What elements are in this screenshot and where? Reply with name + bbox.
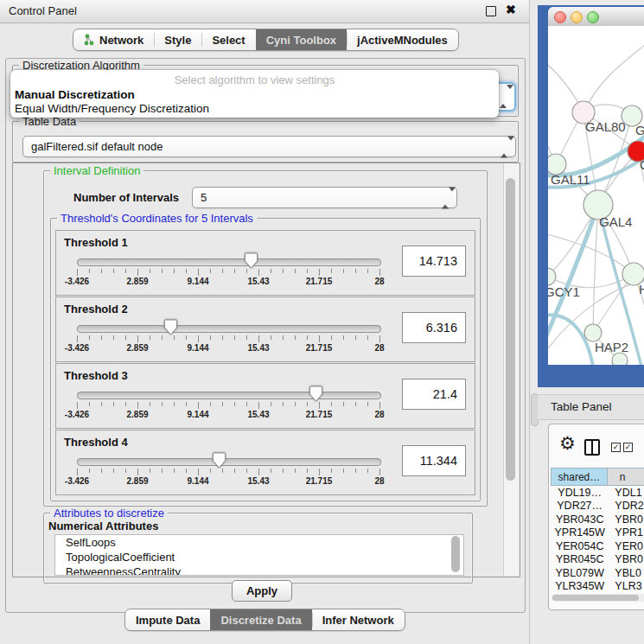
tick-mark bbox=[162, 469, 163, 473]
tick-label: 15.43 bbox=[247, 277, 269, 286]
tick-label: 9.144 bbox=[187, 476, 208, 486]
tab-discretize-data[interactable]: Discretize Data bbox=[210, 609, 311, 630]
close-icon[interactable]: ✖ bbox=[506, 3, 516, 16]
threshold-value-field[interactable]: 14.713 bbox=[402, 245, 466, 277]
tick-mark bbox=[258, 469, 259, 475]
slider-track[interactable] bbox=[77, 325, 381, 333]
table-cell: YDR27… bbox=[551, 500, 609, 513]
tick-mark bbox=[174, 402, 175, 406]
slider-thumb[interactable] bbox=[245, 252, 258, 269]
table-cell: YER054C bbox=[551, 539, 609, 553]
tab-label: Network bbox=[99, 34, 143, 47]
table-data-combobox[interactable]: galFiltered.sif default node bbox=[22, 136, 516, 157]
tick-mark bbox=[101, 402, 102, 406]
tick-label: 9.144 bbox=[187, 343, 208, 353]
zoom-traffic-light-icon[interactable] bbox=[587, 11, 599, 23]
tick-mark bbox=[355, 469, 356, 473]
tick-mark bbox=[210, 402, 211, 406]
threshold-panel-2: Threshold 2-3.4262.8599.14415.4321.71528… bbox=[55, 296, 475, 362]
tick-mark bbox=[246, 269, 247, 273]
float-window-icon[interactable] bbox=[486, 6, 496, 16]
scrollbar-thumb[interactable] bbox=[506, 178, 515, 481]
attributes-group-title: Attributes to discretize bbox=[50, 507, 168, 520]
tick-mark bbox=[234, 469, 235, 473]
tick-mark bbox=[113, 269, 114, 273]
tab-infer-network[interactable]: Infer Network bbox=[312, 609, 405, 630]
network-edge[interactable] bbox=[548, 233, 634, 274]
slider-thumb[interactable] bbox=[213, 452, 226, 469]
network-canvas[interactable]: GAL80GCGAL11GAL4GCY1HHAP2 bbox=[548, 26, 644, 365]
attribute-item[interactable]: SelfLoops bbox=[55, 535, 463, 550]
tick-mark bbox=[77, 269, 78, 276]
table-row[interactable]: YPR145WYPR1 bbox=[551, 526, 644, 540]
table-cell: YER0 bbox=[609, 539, 644, 553]
close-traffic-light-icon[interactable] bbox=[554, 11, 566, 23]
tick-mark bbox=[137, 402, 138, 409]
table-row[interactable]: YBR045CYBR0 bbox=[551, 553, 644, 567]
tick-mark bbox=[101, 269, 102, 273]
minimize-traffic-light-icon[interactable] bbox=[571, 11, 583, 23]
network-node[interactable] bbox=[548, 268, 556, 285]
tick-mark bbox=[307, 469, 308, 473]
table-cell: YPR1 bbox=[609, 526, 644, 540]
table-row[interactable]: YLR345WYLR3 bbox=[551, 580, 644, 591]
network-icon bbox=[84, 34, 95, 46]
tab-cyni-toolbox[interactable]: Cyni Toolbox bbox=[256, 29, 347, 50]
tick-label: 28 bbox=[374, 277, 384, 286]
column-header[interactable]: n bbox=[608, 469, 644, 485]
checkbox-icon[interactable]: ✓ bbox=[623, 443, 633, 452]
table-panel-card: ⚙ ✓ ✓ shared…nYDL19…YDL1YDR27…YDR2YBR043… bbox=[548, 424, 644, 610]
slider-thumb[interactable] bbox=[309, 386, 322, 402]
tick-label: 28 bbox=[374, 343, 384, 353]
gear-icon[interactable]: ⚙ bbox=[559, 434, 576, 452]
tab-impute-data[interactable]: Impute Data bbox=[125, 609, 210, 630]
network-edge[interactable] bbox=[593, 205, 598, 333]
tick-mark bbox=[101, 469, 102, 473]
attributes-list-scrollbar[interactable] bbox=[451, 536, 460, 572]
attributes-list[interactable]: SelfLoopsTopologicalCoefficientBetweenne… bbox=[54, 534, 464, 576]
threshold-value-field[interactable]: 21.4 bbox=[402, 379, 466, 410]
threshold-value-field[interactable]: 6.316 bbox=[402, 312, 466, 343]
slider-thumb[interactable] bbox=[164, 319, 177, 335]
tick-mark bbox=[258, 335, 259, 342]
apply-button[interactable]: Apply bbox=[232, 580, 292, 602]
tick-label: 9.144 bbox=[187, 277, 208, 286]
attribute-item[interactable]: BetweennessCentrality bbox=[55, 564, 463, 576]
num-intervals-combobox[interactable]: 5 bbox=[192, 187, 457, 208]
network-node[interactable] bbox=[612, 353, 628, 365]
slider-track[interactable] bbox=[77, 458, 381, 466]
tick-mark bbox=[307, 402, 308, 406]
tick-mark bbox=[150, 469, 150, 473]
tick-mark bbox=[77, 469, 78, 475]
tick-mark bbox=[331, 402, 332, 406]
table-row[interactable]: YDL19…YDL1 bbox=[551, 486, 644, 500]
tick-mark bbox=[271, 269, 271, 273]
slider-track[interactable] bbox=[77, 258, 381, 266]
dropdown-item-equal-width[interactable]: Equal Width/Frequency Discretization bbox=[13, 102, 497, 115]
tab-jactivemnodules[interactable]: jActiveMNodules bbox=[347, 29, 458, 50]
tick-mark bbox=[343, 335, 344, 340]
network-node[interactable] bbox=[584, 324, 602, 341]
table-hscrollbar-thumb[interactable] bbox=[552, 595, 639, 601]
tab-network[interactable]: Network bbox=[73, 29, 154, 50]
tick-label: -3.426 bbox=[65, 476, 89, 486]
slider-track[interactable] bbox=[77, 392, 381, 399]
tab-style[interactable]: Style bbox=[154, 29, 201, 50]
table-row[interactable]: YDR27…YDR2 bbox=[551, 500, 644, 513]
table-row[interactable]: YBL079WYBL0 bbox=[551, 566, 644, 580]
attribute-item[interactable]: TopologicalCoefficient bbox=[55, 550, 463, 564]
tab-select[interactable]: Select bbox=[201, 29, 255, 50]
tick-mark bbox=[162, 402, 163, 406]
dropdown-item-manual[interactable]: Manual Discretization bbox=[13, 88, 497, 101]
threshold-panel-3: Threshold 3-3.4262.8599.14415.4321.71528… bbox=[55, 363, 475, 429]
table-row[interactable]: YER054CYER0 bbox=[551, 539, 644, 553]
table-row[interactable]: YBR043CYBR0 bbox=[551, 513, 644, 526]
network-edge[interactable] bbox=[583, 45, 644, 112]
checkbox-icon[interactable]: ✓ bbox=[611, 443, 621, 452]
columns-icon[interactable] bbox=[584, 439, 600, 456]
control-panel: Control Panel ✖ NetworkStyleSelectCyni T… bbox=[0, 0, 530, 644]
threshold-value-field[interactable]: 11.344 bbox=[402, 445, 466, 476]
column-header[interactable]: shared… bbox=[552, 469, 608, 485]
node-table[interactable]: shared…nYDL19…YDL1YDR27…YDR2YBR043CYBR0Y… bbox=[551, 468, 644, 590]
node-label: GCY1 bbox=[548, 284, 580, 299]
